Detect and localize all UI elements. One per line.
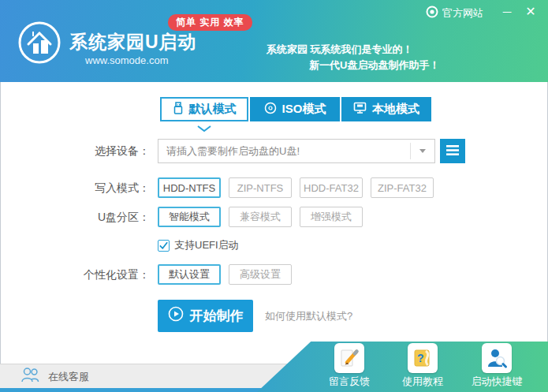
online-service-label: 在线客服: [48, 370, 89, 384]
write-mode-options: HDD-NTFS ZIP-NTFS HDD-FAT32 ZIP-FAT32: [158, 177, 442, 198]
help-link[interactable]: 如何使用默认模式?: [265, 309, 352, 323]
disc-icon: [264, 102, 277, 117]
personalize-options: 默认设置 高级设置: [158, 264, 300, 285]
app-window: 系统家园U启动 www.somode.com 简单 实用 效率 系统家园 玩系统…: [0, 0, 548, 392]
official-site-link[interactable]: 官方网站: [426, 6, 483, 21]
tagline-line1: 系统家园 玩系统我们是专业的！: [267, 43, 413, 57]
personalize-default[interactable]: 默认设置: [158, 264, 221, 285]
personalize-label: 个性化设置：: [4, 268, 150, 282]
mode-tabs: 默认模式 ISO模式 本地模式: [160, 97, 431, 121]
device-label: 选择设备：: [4, 144, 150, 159]
online-service-button[interactable]: 在线客服: [21, 367, 89, 386]
hotkey-label: 启动快捷键: [465, 375, 528, 389]
tab-label: 默认模式: [189, 102, 237, 117]
write-mode-label: 写入模式：: [4, 181, 150, 196]
tab-label: 本地模式: [372, 102, 419, 117]
app-title: 系统家园U启动: [69, 30, 197, 54]
feature-badge: 简单 实用 效率: [168, 14, 252, 31]
uefi-label: 支持UEFI启动: [174, 238, 239, 252]
start-button[interactable]: 开始制作: [158, 300, 253, 332]
website-url: www.somode.com: [85, 54, 168, 66]
tutorial-icon: ?: [408, 343, 438, 373]
usb-icon: [173, 102, 184, 117]
hamburger-icon: [446, 144, 459, 159]
device-select[interactable]: 请插入需要制作启动盘的U盘!: [158, 139, 435, 163]
minimize-button[interactable]: ─: [497, 2, 517, 21]
partition-smart[interactable]: 智能模式: [158, 207, 221, 227]
tagline-line2: 新一代U盘启动盘制作助手！: [309, 58, 439, 73]
customer-service-icon: [21, 367, 42, 386]
monitor-icon: [353, 102, 367, 117]
personalize-advanced[interactable]: 高级设置: [229, 264, 292, 285]
partition-enhanced[interactable]: 增强模式: [300, 207, 363, 227]
header: 系统家园U启动 www.somode.com 简单 实用 效率 系统家园 玩系统…: [0, 0, 548, 82]
uefi-checkbox-row[interactable]: 支持UEFI启动: [158, 238, 239, 252]
official-site-icon: [426, 6, 438, 21]
feedback-button[interactable]: 留言反馈: [318, 343, 381, 389]
partition-compatible[interactable]: 兼容模式: [229, 207, 292, 227]
start-button-label: 开始制作: [190, 307, 244, 325]
play-icon: [168, 306, 184, 326]
tutorial-label: 使用教程: [391, 375, 454, 389]
hotkey-icon: [482, 343, 512, 373]
device-placeholder: 请插入需要制作启动盘的U盘!: [158, 144, 410, 159]
tab-local-mode[interactable]: 本地模式: [341, 97, 431, 121]
feedback-icon: [334, 343, 364, 373]
chevron-down-icon: [419, 149, 426, 153]
hotkey-button[interactable]: 启动快捷键: [465, 343, 528, 389]
tab-default-mode[interactable]: 默认模式: [160, 97, 248, 121]
tab-iso-mode[interactable]: ISO模式: [250, 97, 340, 121]
device-select-caret[interactable]: [410, 143, 434, 159]
write-mode-hdd-ntfs[interactable]: HDD-NTFS: [158, 177, 221, 198]
close-button[interactable]: ✕: [520, 2, 541, 21]
tutorial-button[interactable]: ? 使用教程: [391, 343, 454, 389]
feedback-label: 留言反馈: [318, 375, 381, 389]
partition-label: U盘分区：: [4, 211, 150, 225]
uefi-checkbox[interactable]: [158, 240, 170, 252]
app-logo-icon: [17, 21, 62, 65]
official-site-label: 官方网站: [442, 6, 483, 21]
write-mode-zip-ntfs[interactable]: ZIP-NTFS: [229, 177, 292, 198]
partition-options: 智能模式 兼容模式 增强模式: [158, 207, 371, 227]
write-mode-hdd-fat32[interactable]: HDD-FAT32: [300, 177, 363, 198]
device-menu-button[interactable]: [440, 139, 465, 163]
active-tab-caret-icon: [197, 121, 211, 135]
tab-label: ISO模式: [282, 102, 326, 117]
svg-text:?: ?: [417, 352, 424, 364]
write-mode-zip-fat32[interactable]: ZIP-FAT32: [371, 177, 434, 198]
